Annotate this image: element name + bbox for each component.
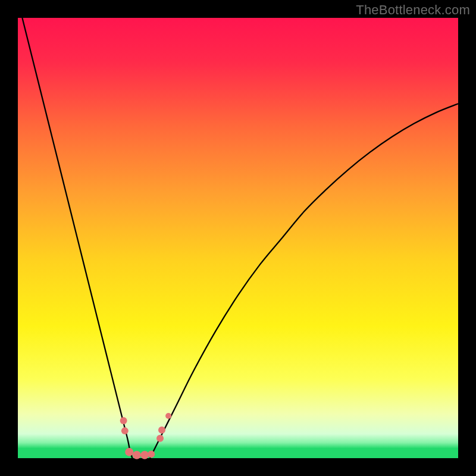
- data-point: [133, 451, 141, 459]
- data-point: [158, 427, 165, 434]
- chart-frame: TheBottleneck.com: [0, 0, 476, 476]
- data-point: [165, 413, 171, 419]
- gradient-background: [18, 18, 458, 458]
- green-band: [18, 449, 458, 458]
- data-point: [121, 427, 129, 434]
- data-point: [120, 417, 127, 424]
- data-point: [140, 451, 149, 459]
- data-point: [148, 450, 155, 458]
- data-point: [125, 448, 133, 456]
- data-point: [156, 435, 164, 442]
- bottleneck-chart: [0, 0, 476, 476]
